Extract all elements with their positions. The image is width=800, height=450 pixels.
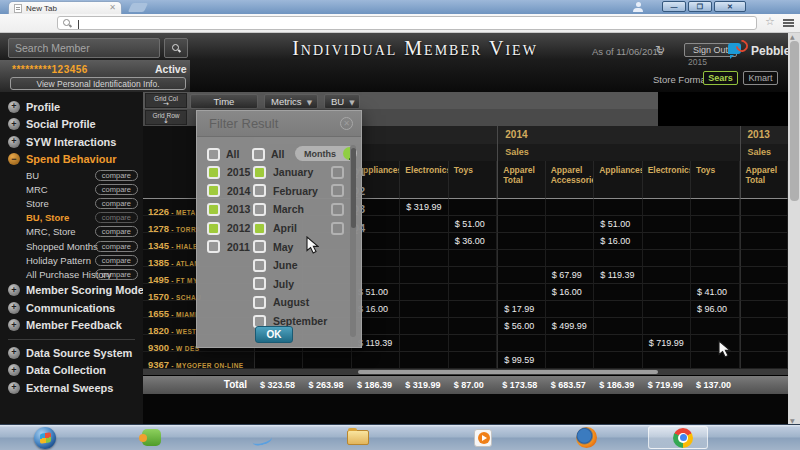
sidebar-subitem-store[interactable]: Storecompare <box>0 196 143 210</box>
quarter-checkbox[interactable] <box>331 203 344 216</box>
compare-button[interactable]: compare <box>95 226 138 237</box>
bookmark-star-icon[interactable]: ☆ <box>765 15 775 28</box>
minimize-button[interactable]: — <box>662 1 686 12</box>
year-option-2015[interactable]: 2015 <box>207 163 250 182</box>
month-checkbox[interactable] <box>253 184 266 197</box>
year-option-2014[interactable]: 2014 <box>207 182 250 201</box>
month-option-january[interactable]: January <box>253 163 327 182</box>
address-bar[interactable] <box>57 16 757 30</box>
sidebar-item-member-scoring-model[interactable]: +Member Scoring Model <box>0 282 143 300</box>
month-checkbox[interactable] <box>253 296 266 309</box>
store-format-kmart-button[interactable]: Kmart <box>743 71 778 85</box>
quarter-checkbox[interactable] <box>331 166 344 179</box>
time-frame-dropdown[interactable]: Time Frame▼ <box>190 94 258 109</box>
sidebar-subitem-shopped-months[interactable]: Shopped Monthscompare <box>0 239 143 253</box>
year-checkbox[interactable] <box>207 203 220 216</box>
expand-icon[interactable]: + <box>8 382 20 394</box>
expand-icon[interactable]: + <box>8 319 20 331</box>
sidebar-item-member-feedback[interactable]: +Member Feedback <box>0 317 143 335</box>
compare-button[interactable]: compare <box>95 198 138 209</box>
month-option-april[interactable]: April <box>253 219 327 238</box>
month-checkbox[interactable] <box>253 259 266 272</box>
popup-close-icon[interactable]: ✕ <box>340 117 353 130</box>
expand-icon[interactable]: + <box>8 284 20 296</box>
sidebar-item-external-sweeps[interactable]: +External Sweeps <box>0 379 143 397</box>
sidebar-item-social-profile[interactable]: +Social Profile <box>0 116 143 134</box>
taskbar-item-messenger[interactable] <box>136 425 166 450</box>
year-checkbox[interactable] <box>207 166 220 179</box>
month-checkbox[interactable] <box>253 222 266 235</box>
tab-close-icon[interactable]: ✕ <box>109 4 116 12</box>
restore-button[interactable]: ❐ <box>688 1 712 12</box>
grid-col-dropzone[interactable]: Grid Col → <box>145 93 187 108</box>
compare-button[interactable]: compare <box>95 212 138 223</box>
grid-row-dropzone[interactable]: Grid Row ↓ <box>145 110 187 125</box>
taskbar-item-file-explorer[interactable] <box>343 425 373 450</box>
taskbar-item-media-player[interactable] <box>468 425 498 450</box>
month-checkbox[interactable] <box>253 203 266 216</box>
quarter-checkbox[interactable] <box>331 222 344 235</box>
popup-scrollbar-thumb[interactable] <box>351 148 356 228</box>
quarter-option-q2[interactable]: Q2 <box>331 182 365 201</box>
sidebar-subitem-bu[interactable]: BUcompare <box>0 168 143 182</box>
year-option-2012[interactable]: 2012 <box>207 219 250 238</box>
popup-scrollbar[interactable] <box>350 145 356 337</box>
horizontal-scrollbar-thumb[interactable] <box>358 370 658 374</box>
quarter-checkbox[interactable] <box>331 184 344 197</box>
sidebar-subitem-all-purchase-history[interactable]: All Purchase Historycompare <box>0 267 143 281</box>
search-member-input[interactable] <box>8 38 160 58</box>
expand-icon[interactable]: + <box>8 364 20 376</box>
month-option-june[interactable]: June <box>253 256 327 275</box>
view-pii-button[interactable]: View Personal Identification Info. <box>10 77 186 90</box>
month-option-february[interactable]: February <box>253 182 327 201</box>
sidebar-subitem-holiday-pattern[interactable]: Holiday Patterncompare <box>0 253 143 267</box>
scroll-down-icon[interactable]: ▼ <box>790 417 795 424</box>
compare-button[interactable]: compare <box>95 184 138 195</box>
month-option-march[interactable]: March <box>253 200 327 219</box>
sidebar-item-profile[interactable]: +Profile <box>0 98 143 116</box>
year-checkbox[interactable] <box>207 184 220 197</box>
months-toggle[interactable]: Months <box>295 146 357 161</box>
browser-menu-icon[interactable] <box>783 19 794 27</box>
compare-button[interactable]: compare <box>95 170 138 181</box>
month-option-july[interactable]: July <box>253 275 327 294</box>
expand-icon[interactable]: + <box>8 136 20 148</box>
search-button[interactable] <box>164 38 188 58</box>
quarter-option-q3[interactable]: Q3 <box>331 200 365 219</box>
bu-dropdown[interactable]: BU▼ <box>324 94 360 109</box>
compare-button[interactable]: compare <box>95 241 138 252</box>
sidebar-item-communications[interactable]: +Communications <box>0 299 143 317</box>
sidebar-item-data-collection[interactable]: +Data Collection <box>0 362 143 380</box>
vertical-scrollbar-thumb[interactable] <box>790 41 799 201</box>
sidebar-subitem-mrc[interactable]: MRCcompare <box>0 182 143 196</box>
year-checkbox[interactable] <box>207 222 220 235</box>
ok-button[interactable]: OK <box>255 326 293 343</box>
browser-profile-icon[interactable] <box>632 2 644 12</box>
month-checkbox[interactable] <box>253 166 266 179</box>
sidebar-subitem-bu-store[interactable]: BU, Storecompare <box>0 211 143 225</box>
year-option-2013[interactable]: 2013 <box>207 200 250 219</box>
year-checkbox[interactable] <box>207 240 220 253</box>
sidebar-item-syw-interactions[interactable]: +SYW Interactions <box>0 133 143 151</box>
metrics-dropdown[interactable]: Metrics▼ <box>264 94 318 109</box>
scroll-up-icon[interactable]: ▲ <box>790 33 795 40</box>
expand-icon[interactable]: + <box>8 118 20 130</box>
taskbar-item-chrome[interactable] <box>668 425 698 450</box>
compare-button[interactable]: compare <box>95 255 138 266</box>
browser-tab[interactable]: New Tab ✕ <box>8 1 122 14</box>
sidebar-item-data-source-system[interactable]: +Data Source System <box>0 344 143 362</box>
quarter-option-q4[interactable]: Q4 <box>331 219 365 238</box>
month-checkbox[interactable] <box>253 240 266 253</box>
refresh-icon[interactable]: ↻ <box>655 43 665 57</box>
horizontal-scrollbar[interactable] <box>143 369 788 375</box>
new-tab-button[interactable] <box>128 3 148 12</box>
all-years-checkbox[interactable] <box>207 148 220 161</box>
month-option-august[interactable]: August <box>253 293 327 312</box>
expand-icon[interactable]: + <box>8 101 20 113</box>
close-button[interactable]: ✕ <box>714 1 746 12</box>
taskbar-item-internet-explorer[interactable] <box>247 425 277 450</box>
collapse-icon[interactable]: − <box>8 153 20 165</box>
store-format-sears-button[interactable]: Sears <box>703 71 738 85</box>
quarter-option-q1[interactable]: Q1 <box>331 163 365 182</box>
taskbar-item-firefox[interactable] <box>571 425 601 450</box>
